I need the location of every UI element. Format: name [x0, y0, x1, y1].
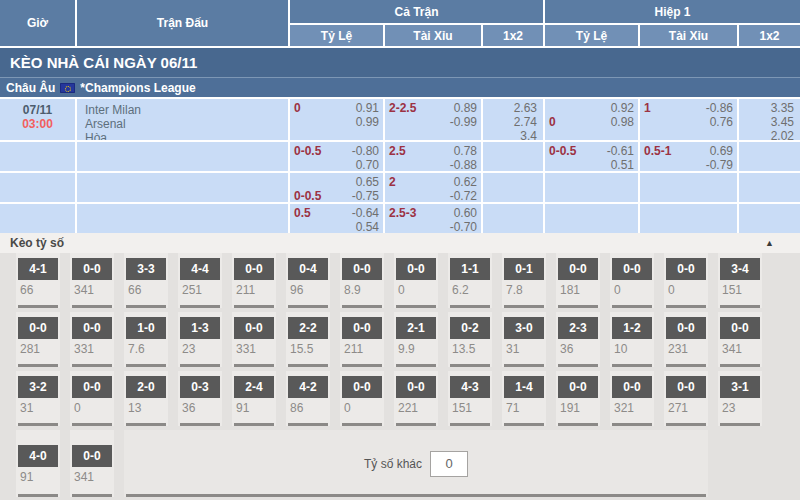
odds-value[interactable]: 0.99 [356, 115, 379, 129]
odds-value[interactable]: -0.80 [352, 144, 379, 158]
score-button[interactable]: 4-0 [18, 445, 58, 467]
score-button[interactable]: 3-0 [504, 317, 544, 339]
odds-value[interactable]: 0.70 [356, 158, 379, 171]
score-button[interactable]: 0-3 [180, 376, 220, 398]
odds-value[interactable]: -0.75 [352, 189, 379, 202]
score-cell: 0-00 [394, 253, 438, 308]
score-button[interactable]: 2-1 [396, 317, 436, 339]
collapse-arrow-icon[interactable]: ▲ [765, 238, 774, 248]
score-underline-decoration [126, 305, 166, 308]
score-button[interactable]: 0-0 [72, 258, 112, 280]
score-button[interactable]: 3-1 [720, 376, 760, 398]
odds-line: 2.63 [487, 101, 539, 115]
score-odds-value: 331 [234, 342, 274, 356]
odds-value[interactable]: 3.4 [520, 129, 537, 140]
odds-line: 0-0.5-0.80 [294, 144, 379, 158]
h1-hdp-cell [543, 204, 638, 233]
score-button[interactable]: 0-1 [504, 258, 544, 280]
score-row: 0-02810-03311-07.61-3230-03312-215.50-02… [16, 312, 800, 371]
score-button[interactable]: 0-0 [612, 258, 652, 280]
odds-value[interactable]: -0.72 [450, 189, 477, 202]
odds-value[interactable]: 0.62 [454, 175, 477, 189]
ft-hdp-cell: 0.650-0.5-0.75 [288, 173, 383, 202]
score-cell: 3-366 [124, 253, 168, 308]
score-cell: 0-00 [340, 371, 384, 426]
odds-value[interactable]: 2.63 [514, 101, 537, 115]
score-button[interactable]: 1-0 [126, 317, 166, 339]
handicap-label: 0.5 [294, 206, 311, 220]
odds-value[interactable]: -0.64 [352, 206, 379, 220]
odds-value[interactable]: -0.88 [450, 158, 477, 171]
score-button[interactable]: 0-0 [396, 376, 436, 398]
score-button[interactable]: 2-4 [234, 376, 274, 398]
score-button[interactable]: 0-0 [72, 445, 112, 467]
score-button[interactable]: 1-1 [450, 258, 490, 280]
score-button[interactable]: 2-0 [126, 376, 166, 398]
score-button[interactable]: 4-2 [288, 376, 328, 398]
odds-value[interactable]: 0.69 [710, 144, 733, 158]
odds-value[interactable]: 0.76 [710, 115, 733, 129]
handicap-label: 0 [549, 115, 556, 129]
score-button[interactable]: 0-0 [18, 317, 58, 339]
score-button[interactable]: 3-3 [126, 258, 166, 280]
score-button[interactable]: 0-2 [450, 317, 490, 339]
score-button[interactable]: 0-0 [342, 258, 382, 280]
score-button[interactable]: 4-3 [450, 376, 490, 398]
score-cell: 2-013 [124, 371, 168, 426]
score-button[interactable]: 3-2 [18, 376, 58, 398]
odds-value[interactable]: 3.35 [771, 101, 794, 115]
score-button[interactable]: 3-4 [720, 258, 760, 280]
score-button[interactable]: 0-0 [72, 376, 112, 398]
odds-value[interactable]: 0.89 [454, 101, 477, 115]
score-button[interactable]: 4-1 [18, 258, 58, 280]
league-bar[interactable]: Châu Âu *Champions League [0, 77, 800, 97]
ft-1x2-cell [481, 173, 543, 202]
odds-value[interactable]: -0.86 [706, 101, 733, 115]
score-odds-value: 86 [288, 401, 328, 415]
score-button[interactable]: 2-2 [288, 317, 328, 339]
score-button[interactable]: 0-0 [72, 317, 112, 339]
score-button[interactable]: 1-2 [612, 317, 652, 339]
score-odds-value: 151 [450, 401, 490, 415]
score-button[interactable]: 0-0 [558, 258, 598, 280]
h1-1x2-cell [737, 142, 800, 171]
score-button[interactable]: 0-0 [558, 376, 598, 398]
odds-value[interactable]: 0.54 [356, 220, 379, 233]
score-button[interactable]: 0-0 [666, 317, 706, 339]
odds-value[interactable]: 0.51 [611, 158, 634, 171]
odds-value[interactable]: 2.02 [771, 129, 794, 140]
score-button[interactable]: 0-0 [666, 376, 706, 398]
score-button[interactable]: 0-0 [396, 258, 436, 280]
odds-value[interactable]: -0.99 [450, 115, 477, 129]
odds-value[interactable]: 0.78 [454, 144, 477, 158]
h1-1x2-cell [737, 204, 800, 233]
odds-line: 0.5-10.69 [644, 144, 733, 158]
score-button[interactable]: 0-0 [612, 376, 652, 398]
score-button[interactable]: 0-0 [234, 317, 274, 339]
score-button[interactable]: 2-3 [558, 317, 598, 339]
score-cell: 0-08.9 [340, 253, 384, 308]
score-button[interactable]: 1-4 [504, 376, 544, 398]
odds-value[interactable]: 0.92 [611, 101, 634, 115]
odds-value[interactable]: -0.70 [450, 220, 477, 233]
score-button[interactable]: 0-0 [720, 317, 760, 339]
score-button[interactable]: 1-3 [180, 317, 220, 339]
odds-line: 2.50.78 [389, 144, 477, 158]
score-button[interactable]: 0-0 [666, 258, 706, 280]
score-button[interactable]: 0-0 [342, 317, 382, 339]
score-button[interactable]: 0-0 [342, 376, 382, 398]
odds-value[interactable]: 0.91 [356, 101, 379, 115]
score-button[interactable]: 0-4 [288, 258, 328, 280]
odds-value[interactable]: -0.61 [607, 144, 634, 158]
score-button[interactable]: 4-4 [180, 258, 220, 280]
odds-value[interactable]: 0.98 [611, 115, 634, 129]
odds-value[interactable]: 0.60 [454, 206, 477, 220]
odds-value[interactable]: 3.45 [771, 115, 794, 129]
score-button[interactable]: 0-0 [234, 258, 274, 280]
odds-value[interactable]: 2.74 [514, 115, 537, 129]
odds-value[interactable]: -0.79 [706, 158, 733, 171]
score-cell: 0-0341 [718, 312, 762, 367]
odds-value[interactable]: 0.65 [356, 175, 379, 189]
odds-line: 3.35 [743, 101, 796, 115]
other-score-input[interactable] [430, 451, 468, 477]
